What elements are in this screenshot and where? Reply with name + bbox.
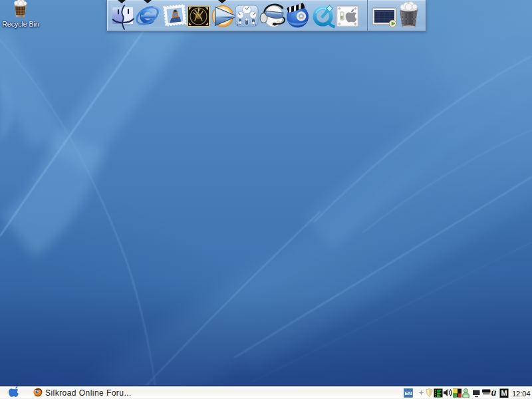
svg-text:M: M xyxy=(501,389,507,397)
svg-text:EN: EN xyxy=(404,390,412,396)
svg-text:ü: ü xyxy=(491,388,497,398)
